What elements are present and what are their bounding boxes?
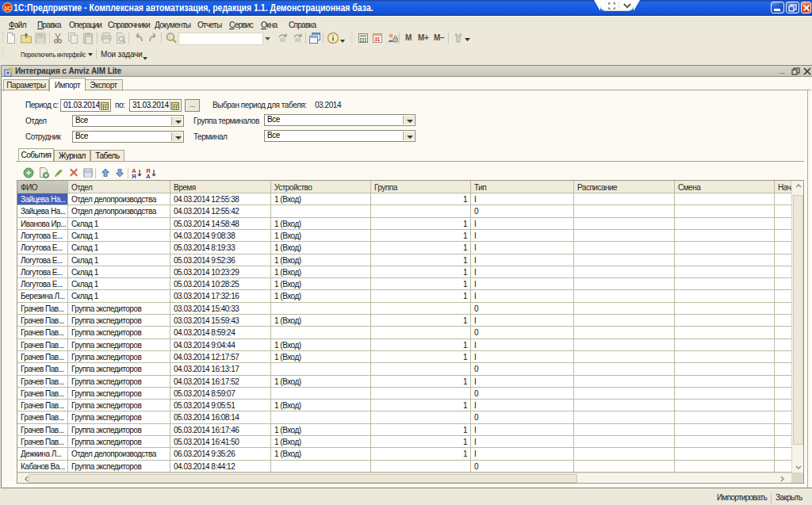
svg-text:А: А xyxy=(146,173,151,178)
svg-text:31: 31 xyxy=(374,36,380,42)
svg-text:1C: 1C xyxy=(4,5,12,12)
svg-text:Я: Я xyxy=(132,173,136,178)
